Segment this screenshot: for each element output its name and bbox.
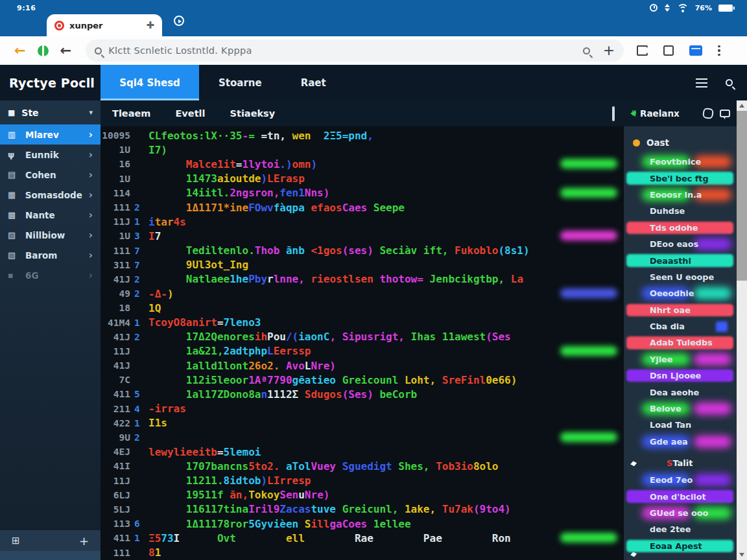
wifi-icon bbox=[677, 4, 689, 12]
sidebar-item-icon: ▩ bbox=[8, 210, 19, 220]
line-number: 11J bbox=[101, 216, 134, 227]
shape-icon[interactable] bbox=[702, 108, 714, 119]
panel-item[interactable]: Duhdse bbox=[624, 203, 737, 219]
panel-item[interactable]: One d'bcilot bbox=[624, 488, 737, 504]
header-search-icon[interactable] bbox=[726, 79, 733, 86]
code-text: 1al17ZDono8an1112Σ Sdugos(Ses) beCorb bbox=[148, 388, 417, 401]
editor-column: TleaemEvetllStiaeksy 10095CLfeotos:lX··3… bbox=[101, 100, 624, 560]
tab-switch-icon[interactable] bbox=[174, 16, 184, 26]
line-number: 111 bbox=[101, 246, 134, 256]
panel-item[interactable]: Adab Tuledbs bbox=[624, 334, 737, 351]
panel-item-label: Cba dia bbox=[650, 321, 685, 331]
code-line: 1117 Tediltenlo.Thob ānb <1gos(ses) Seci… bbox=[101, 244, 624, 258]
panel-item[interactable]: Cba dia bbox=[624, 318, 737, 334]
code-line: 11J 1a&21,2adtphpLEerssp bbox=[101, 344, 624, 358]
redaction-bar bbox=[560, 159, 617, 169]
subtab-evetll[interactable]: Evetll bbox=[175, 108, 205, 119]
sidebar-item-ste[interactable]: ■ Ste ▾ bbox=[0, 100, 101, 124]
panel-item[interactable]: Feovtbnice bbox=[624, 154, 737, 170]
panel-item[interactable]: Gde aea bbox=[624, 434, 737, 450]
scroll-thumb[interactable] bbox=[737, 111, 747, 281]
sidebar-item-nillbiow[interactable]: ▨Nillbiow› bbox=[0, 225, 101, 245]
sidebar-item-nante[interactable]: ▩Nante› bbox=[0, 205, 101, 225]
stop-square-icon[interactable] bbox=[612, 106, 615, 121]
panel-item[interactable]: Dsn Ljooee bbox=[624, 368, 737, 384]
tab-close-icon[interactable]: ✚ bbox=[146, 19, 154, 31]
pen-diamond-icon[interactable]: ◆ bbox=[630, 458, 637, 467]
browser-tab[interactable]: xunper ✚ bbox=[47, 14, 162, 36]
panel-item[interactable]: DEoo eaos bbox=[624, 236, 737, 252]
panel-header: Raelanx bbox=[624, 100, 737, 126]
sidebar-item-barom[interactable]: ▧Barom› bbox=[0, 245, 101, 265]
panel-item-label: Dsn Ljooee bbox=[650, 371, 701, 380]
line-number: 6LJ bbox=[101, 490, 134, 500]
panel-item[interactable]: GUed se ooo bbox=[624, 505, 737, 521]
sidebar-item-eunnik[interactable]: ψEunnik› bbox=[0, 145, 101, 165]
back-orange-icon[interactable]: ← bbox=[14, 43, 26, 58]
panel-item-label: dee 2tee bbox=[650, 524, 691, 534]
panel-item[interactable]: Tds odohe bbox=[624, 220, 737, 236]
tab-grid-icon[interactable] bbox=[689, 45, 702, 56]
highlight-blob bbox=[694, 402, 731, 415]
subtab-tleaem[interactable]: Tleaem bbox=[112, 108, 150, 119]
panel-top-item[interactable]: Oast bbox=[624, 134, 737, 151]
panel-item[interactable]: Oeeodhie bbox=[624, 285, 737, 301]
panel-item[interactable]: Belove bbox=[624, 401, 737, 417]
line-number: 111 bbox=[101, 548, 134, 558]
code-line: 4115 1al17ZDono8an1112Σ Sdugos(Ses) beCo… bbox=[101, 387, 624, 401]
bookmark-icon[interactable] bbox=[637, 45, 648, 56]
back-icon[interactable]: ← bbox=[60, 43, 72, 58]
code-text: 9Ul3ot_Ing bbox=[148, 259, 248, 271]
line-number: 11J bbox=[101, 476, 134, 486]
panel-item[interactable]: Eoaa Apest bbox=[624, 538, 737, 554]
url-bar[interactable]: Klctt Scnletic Lostntld. Kpppa + bbox=[86, 40, 624, 62]
panel-item[interactable]: Dea aeohe bbox=[624, 384, 737, 400]
crop-icon[interactable]: ⊞ bbox=[12, 535, 20, 546]
app-tab-sql4-shesd[interactable]: Sql4 Shesd bbox=[101, 65, 199, 100]
app-tab-stoarne[interactable]: Stoarne bbox=[199, 65, 281, 100]
panel-item-label: Feovtbnice bbox=[650, 157, 701, 167]
panel-item[interactable]: Eeod 7eo bbox=[624, 472, 737, 488]
panel-item[interactable]: Nhrt oae bbox=[624, 302, 737, 318]
highlight-blob bbox=[694, 436, 731, 448]
code-editor[interactable]: 10095CLfeotos:lX··35-= =tn, wen 2Ξ5=pnd,… bbox=[101, 126, 624, 560]
new-tab-icon[interactable]: + bbox=[603, 43, 615, 58]
scroll-down-icon[interactable] bbox=[739, 553, 744, 557]
sidebar-item-cohen[interactable]: ▤Cohen› bbox=[0, 165, 101, 185]
panel-item[interactable]: Seen U eoope bbox=[624, 269, 737, 285]
scroll-up-icon[interactable] bbox=[739, 104, 744, 108]
extension-icon[interactable] bbox=[38, 45, 49, 56]
panel-item[interactable]: Yjlee bbox=[624, 351, 737, 368]
tab-title: xunper bbox=[69, 21, 102, 30]
chat-icon[interactable] bbox=[720, 110, 730, 117]
sidebar-item-6g[interactable]: ▪6G› bbox=[0, 265, 101, 285]
panel-title: Raelanx bbox=[640, 108, 680, 119]
gutter-number: 2 bbox=[134, 288, 148, 299]
voice-search-icon[interactable] bbox=[583, 47, 590, 54]
sidebar-item-mlarev[interactable]: ▥Mlarev› bbox=[0, 124, 101, 145]
panel-item[interactable]: Sbe'l bec ftg bbox=[624, 170, 737, 186]
code-line: 6LJ 19511f ān,TokoySenuNre) bbox=[101, 488, 624, 502]
subtab-stiaeksy[interactable]: Stiaeksy bbox=[230, 108, 276, 119]
tab-counter-icon[interactable] bbox=[663, 45, 674, 56]
panel-item[interactable]: dee 2tee bbox=[624, 521, 737, 537]
chevron-right-icon: › bbox=[89, 209, 93, 221]
sidebar-items: ▥Mlarev›ψEunnik›▤Cohen›▦Somasdode›▩Nante… bbox=[0, 124, 101, 285]
code-line: 11181 bbox=[101, 545, 624, 559]
sidebar-item-icon: ▨ bbox=[8, 230, 19, 240]
sidebar-item-somasdode[interactable]: ▦Somasdode› bbox=[0, 185, 101, 205]
panel-item[interactable]: Load Tan bbox=[624, 417, 737, 433]
gutter-number: 2 bbox=[134, 332, 148, 342]
app-tab-raet[interactable]: Raet bbox=[281, 65, 346, 100]
sidebar-item-label: Somasdode bbox=[25, 190, 82, 200]
menu-icon[interactable] bbox=[696, 78, 707, 88]
menu-dots-icon[interactable] bbox=[718, 45, 720, 56]
gutter-number: 1 bbox=[134, 533, 148, 543]
add-icon[interactable]: + bbox=[79, 534, 89, 548]
scrollbar[interactable] bbox=[737, 100, 747, 560]
panel-item[interactable]: Eooosr ln.a bbox=[624, 187, 737, 203]
speaker-icon[interactable] bbox=[630, 110, 635, 117]
line-number: 10095 bbox=[101, 130, 134, 141]
panel-item[interactable]: Deaasthl bbox=[624, 252, 737, 268]
app-header: Ryctye Pocll Sql4 ShesdStoarneRaet bbox=[0, 65, 747, 100]
